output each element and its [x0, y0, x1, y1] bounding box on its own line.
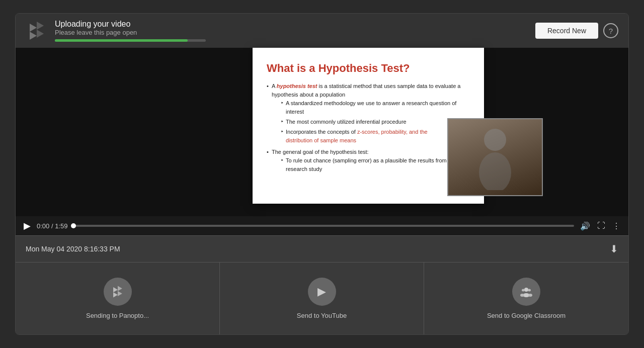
file-name: Mon May 04 2020 8:16:33 PM [26, 245, 120, 253]
video-area: What is a Hypothesis Test? A hypothesis … [16, 48, 628, 216]
header-right: Record New ? [535, 23, 618, 39]
slide-bullet-1: A hypothesis test is a statistical metho… [267, 82, 470, 145]
svg-point-12 [528, 289, 531, 292]
header-title: Uploading your video [55, 20, 206, 29]
svg-point-11 [522, 289, 525, 292]
seek-bar[interactable] [73, 225, 574, 227]
slide-sub-2: The most commonly utilized inferential p… [281, 118, 470, 126]
sub3-links: z-scores, probability [357, 129, 406, 135]
svg-point-5 [479, 152, 511, 190]
svg-point-10 [524, 288, 528, 292]
slide-bullet-2: The general goal of the hypothesis test:… [267, 148, 470, 173]
header-subtitle: Please leave this page open [55, 29, 206, 36]
svg-marker-1 [37, 22, 44, 30]
webcam-person-view [448, 119, 542, 195]
youtube-icon: ▶ [308, 278, 336, 306]
header-left: Uploading your video Please leave this p… [26, 20, 206, 42]
time-display: 0:00 / 1:59 [37, 222, 67, 230]
seek-handle [71, 223, 76, 228]
slide-body: A hypothesis test is a statistical metho… [267, 82, 470, 173]
panopto-logo-icon [26, 20, 48, 42]
upload-progress-bar-container [55, 39, 206, 42]
sub3-prefix: Incorporates the concepts of [286, 129, 357, 135]
bullet2-text: The general goal of the hypothesis test: [272, 149, 369, 155]
person-silhouette-icon [475, 125, 515, 190]
youtube-label: Send to YouTube [297, 312, 347, 319]
bullet1-prefix: A [272, 83, 277, 89]
send-to-youtube-tile[interactable]: ▶ Send to YouTube [220, 263, 424, 334]
bottom-actions: Sending to Panopto... ▶ Send to YouTube [16, 262, 628, 334]
volume-button[interactable]: 🔊 [580, 221, 590, 231]
svg-marker-8 [118, 291, 122, 296]
slide-title: What is a Hypothesis Test? [267, 62, 470, 75]
svg-marker-3 [30, 32, 37, 40]
header: Uploading your video Please leave this p… [16, 14, 628, 48]
app-window: Uploading your video Please leave this p… [15, 13, 629, 335]
bullet1-italic: hypothesis test [277, 83, 317, 89]
header-text-block: Uploading your video Please leave this p… [55, 20, 206, 42]
svg-marker-6 [113, 287, 118, 292]
google-classroom-label: Send to Google Classroom [487, 312, 566, 319]
slide-sub-3: Incorporates the concepts of z-scores, p… [281, 128, 470, 145]
svg-point-15 [528, 294, 532, 297]
record-new-button[interactable]: Record New [535, 23, 598, 39]
slide-sub-1: A standardized methodology we use to ans… [281, 99, 470, 116]
google-classroom-icon [512, 278, 540, 306]
fullscreen-button[interactable]: ⛶ [597, 221, 605, 230]
help-button[interactable]: ? [603, 23, 618, 38]
svg-marker-0 [30, 24, 37, 32]
svg-point-4 [484, 129, 506, 151]
control-icons: 🔊 ⛶ ⋮ [580, 221, 620, 231]
play-button[interactable]: ▶ [24, 220, 31, 231]
panopto-icon [104, 278, 132, 306]
more-options-button[interactable]: ⋮ [612, 221, 620, 231]
slide-sub-4: To rule out chance (sampling error) as a… [281, 156, 470, 173]
file-info-row: Mon May 04 2020 8:16:33 PM ⬇ [16, 235, 628, 262]
upload-progress-bar-fill [55, 39, 188, 42]
webcam-overlay [447, 118, 543, 196]
send-to-google-classroom-tile[interactable]: Send to Google Classroom [424, 263, 628, 334]
send-to-panopto-tile[interactable]: Sending to Panopto... [16, 263, 220, 334]
download-button[interactable]: ⬇ [610, 243, 618, 255]
svg-point-14 [520, 294, 524, 297]
svg-marker-2 [37, 30, 44, 38]
panopto-label: Sending to Panopto... [86, 312, 149, 319]
video-controls: ▶ 0:00 / 1:59 🔊 ⛶ ⋮ [16, 216, 628, 235]
svg-marker-9 [113, 292, 118, 297]
svg-marker-7 [118, 286, 122, 291]
